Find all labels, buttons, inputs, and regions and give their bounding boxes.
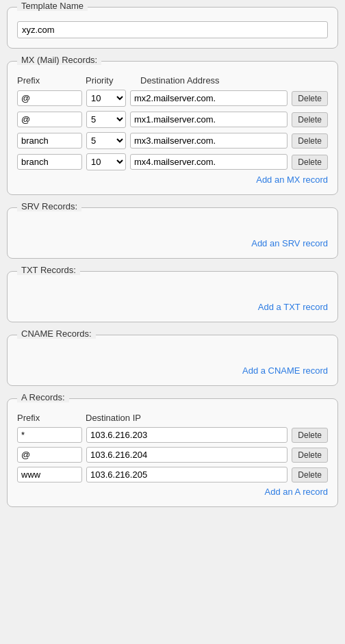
mx-records-section: MX (Mail) Records: Prefix Priority Desti… [7, 61, 338, 195]
mx-priority-select[interactable]: 5101520 [86, 111, 126, 128]
mx-dest-input[interactable] [130, 133, 288, 149]
a-col-prefix: Prefix [17, 413, 86, 423]
mx-dest-input[interactable] [130, 90, 288, 106]
add-cname-record-link[interactable]: Add a CNAME record [17, 365, 328, 376]
cname-records-title: CNAME Records: [17, 329, 96, 339]
cname-records-section: CNAME Records: Add a CNAME record [7, 335, 338, 386]
mx-rows: 5101520Delete5101520Delete5101520Delete5… [17, 90, 328, 170]
a-rows: DeleteDeleteDelete [17, 427, 328, 482]
a-records-title: A Records: [17, 392, 69, 402]
add-mx-record-link[interactable]: Add an MX record [17, 175, 328, 185]
a-dest-input[interactable] [86, 447, 288, 463]
mx-prefix-input[interactable] [17, 154, 82, 170]
template-name-section: Template Name [7, 7, 338, 49]
mx-priority-select[interactable]: 5101520 [86, 90, 126, 107]
a-dest-input[interactable] [86, 427, 288, 443]
mx-dest-input[interactable] [130, 154, 288, 170]
a-record-row: Delete [17, 467, 328, 482]
mx-prefix-input[interactable] [17, 133, 82, 149]
a-dest-input[interactable] [86, 467, 288, 482]
mx-delete-button[interactable]: Delete [292, 91, 328, 106]
srv-records-title: SRV Records: [17, 201, 81, 211]
mx-col-prefix: Prefix [17, 75, 86, 86]
a-prefix-input[interactable] [17, 467, 82, 482]
a-records-section: A Records: Prefix Destination IP DeleteD… [7, 398, 338, 507]
mx-priority-select[interactable]: 5101520 [86, 132, 126, 149]
mx-record-row: 5101520Delete [17, 111, 328, 128]
srv-records-section: SRV Records: Add an SRV record [7, 207, 338, 259]
txt-empty [17, 285, 328, 299]
add-a-record-link[interactable]: Add an A record [17, 487, 328, 497]
add-txt-record-link[interactable]: Add a TXT record [17, 302, 328, 312]
mx-col-dest: Destination Address [140, 75, 328, 86]
mx-record-row: 5101520Delete [17, 90, 328, 107]
add-srv-record-link[interactable]: Add an SRV record [17, 238, 328, 248]
mx-col-headers: Prefix Priority Destination Address [17, 75, 328, 86]
a-record-row: Delete [17, 447, 328, 463]
a-delete-button[interactable]: Delete [292, 448, 328, 463]
mx-col-priority: Priority [86, 75, 140, 86]
txt-records-section: TXT Records: Add a TXT record [7, 271, 338, 322]
a-delete-button[interactable]: Delete [292, 428, 328, 443]
template-name-title: Template Name [17, 1, 88, 11]
srv-empty [17, 222, 328, 235]
a-record-row: Delete [17, 427, 328, 443]
cname-empty [17, 349, 328, 363]
mx-prefix-input[interactable] [17, 112, 82, 127]
mx-dest-input[interactable] [130, 112, 288, 127]
mx-priority-select[interactable]: 5101520 [86, 153, 126, 170]
a-prefix-input[interactable] [17, 447, 82, 463]
template-name-input[interactable] [17, 21, 328, 38]
a-col-dest: Destination IP [86, 413, 328, 423]
mx-record-row: 5101520Delete [17, 153, 328, 170]
mx-prefix-input[interactable] [17, 90, 82, 106]
txt-records-title: TXT Records: [17, 265, 80, 275]
mx-delete-button[interactable]: Delete [292, 133, 328, 149]
mx-records-title: MX (Mail) Records: [17, 55, 101, 65]
a-col-headers: Prefix Destination IP [17, 413, 328, 423]
mx-delete-button[interactable]: Delete [292, 112, 328, 127]
a-delete-button[interactable]: Delete [292, 467, 328, 482]
mx-delete-button[interactable]: Delete [292, 155, 328, 170]
a-prefix-input[interactable] [17, 427, 82, 443]
mx-record-row: 5101520Delete [17, 132, 328, 149]
